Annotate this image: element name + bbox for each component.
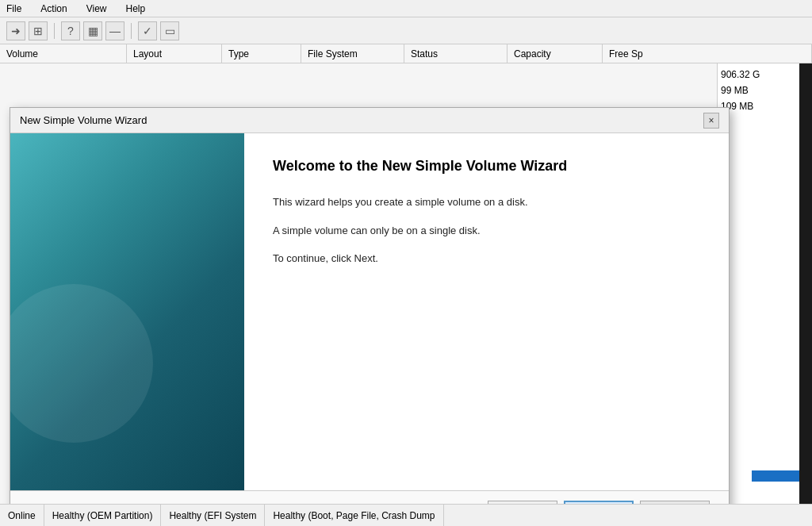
dialog-left-panel [10, 133, 244, 490]
col-header-capacity: Capacity [508, 44, 603, 63]
col-header-status: Status [404, 44, 508, 63]
status-oem: Healthy (OEM Partition) [44, 505, 162, 526]
freesp-row-1: 906.32 G [721, 67, 809, 83]
toolbar: ➜ ⊞ ? ▦ — ✓ ▭ [0, 17, 812, 44]
disk-partition-indicator [752, 470, 799, 482]
toolbar-btn-check[interactable]: ✓ [138, 21, 157, 40]
col-header-type: Type [222, 44, 301, 63]
dialog-description-1: This wizard helps you create a simple vo… [273, 194, 700, 210]
status-online: Online [0, 505, 44, 526]
dialog-close-button[interactable]: × [703, 113, 719, 129]
toolbar-btn-forward[interactable]: ➜ [6, 21, 25, 40]
freesp-row-2: 99 MB [721, 83, 809, 98]
toolbar-btn-dash[interactable]: — [105, 21, 124, 40]
status-boot: Healthy (Boot, Page File, Crash Dump [265, 505, 443, 526]
col-header-volume: Volume [0, 44, 127, 63]
status-efi: Healthy (EFI System [161, 505, 265, 526]
col-header-freesp: Free Sp [603, 44, 812, 63]
menu-bar: File Action View Help [0, 0, 812, 17]
toolbar-btn-grid[interactable]: ⊞ [29, 21, 48, 40]
column-headers: Volume Layout Type File System Status Ca… [0, 44, 812, 63]
toolbar-btn-question[interactable]: ? [61, 21, 80, 40]
dialog-description-2: A simple volume can only be on a single … [273, 223, 700, 239]
col-header-filesystem: File System [301, 44, 404, 63]
menu-view[interactable]: View [83, 2, 110, 16]
scrollbar-track[interactable] [799, 63, 812, 504]
menu-file[interactable]: File [3, 2, 25, 16]
dialog-title: New Simple Volume Wizard [20, 114, 147, 126]
dialog-heading: Welcome to the New Simple Volume Wizard [273, 157, 700, 175]
toolbar-separator-1 [54, 23, 55, 39]
dialog-description-3: To continue, click Next. [273, 251, 700, 267]
menu-action[interactable]: Action [37, 2, 70, 16]
toolbar-separator-2 [131, 23, 132, 39]
dialog-body: Welcome to the New Simple Volume Wizard … [10, 133, 729, 490]
toolbar-btn-grid2[interactable]: ▦ [83, 21, 102, 40]
col-header-layout: Layout [127, 44, 222, 63]
toolbar-btn-square[interactable]: ▭ [160, 21, 179, 40]
wizard-dialog: New Simple Volume Wizard × Welcome to th… [10, 107, 730, 526]
dialog-decorative-wave [10, 284, 153, 443]
freesp-row-3: 109 MB [721, 98, 809, 114]
dialog-content: Welcome to the New Simple Volume Wizard … [244, 133, 729, 490]
status-bar: Online Healthy (OEM Partition) Healthy (… [0, 504, 812, 526]
main-area: 906.32 G 99 MB 109 MB New Simple Volume … [0, 63, 812, 504]
menu-help[interactable]: Help [123, 2, 149, 16]
dialog-titlebar: New Simple Volume Wizard × [10, 108, 729, 133]
